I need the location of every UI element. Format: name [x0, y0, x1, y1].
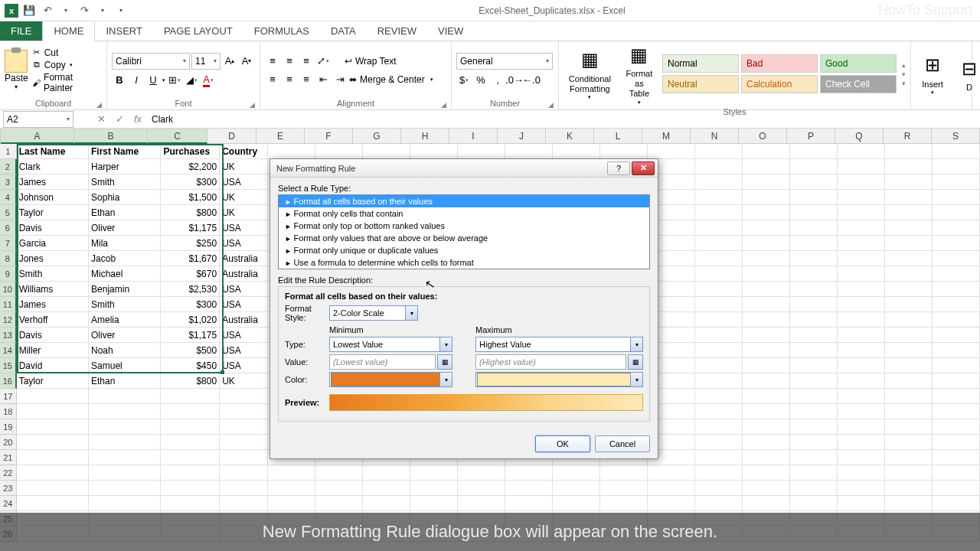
- cell[interactable]: [695, 297, 743, 312]
- rule-type-list[interactable]: Format all cells based on their valuesFo…: [278, 194, 650, 269]
- cell[interactable]: [933, 236, 980, 251]
- cell[interactable]: Sophia: [89, 190, 161, 205]
- cell[interactable]: [885, 236, 933, 251]
- cell[interactable]: Amelia: [89, 312, 161, 328]
- row-header[interactable]: 8: [0, 251, 17, 266]
- alignment-launcher-icon[interactable]: ◢: [441, 101, 446, 109]
- redo-dropdown-icon[interactable]: ▾: [95, 3, 110, 18]
- cell[interactable]: Mila: [89, 236, 161, 251]
- cell[interactable]: [743, 159, 790, 174]
- column-header[interactable]: M: [642, 129, 691, 144]
- copy-button[interactable]: ⧉Copy▾: [31, 60, 102, 70]
- cell[interactable]: [743, 373, 790, 389]
- cell[interactable]: [838, 435, 885, 450]
- cell[interactable]: [648, 496, 695, 511]
- align-middle-icon[interactable]: ≡: [282, 54, 297, 69]
- format-style-select[interactable]: 2-Color Scale▾: [329, 305, 418, 321]
- cell[interactable]: Jones: [17, 251, 89, 266]
- cell[interactable]: Jacob: [89, 251, 161, 266]
- cell[interactable]: [933, 496, 980, 511]
- bold-button[interactable]: B: [112, 73, 127, 88]
- cell[interactable]: [743, 481, 790, 496]
- cell[interactable]: [838, 373, 885, 389]
- cell[interactable]: [17, 389, 89, 404]
- ok-button[interactable]: OK: [535, 435, 590, 452]
- cell[interactable]: $450: [161, 358, 220, 373]
- row-header[interactable]: 10: [0, 282, 17, 297]
- cell[interactable]: [553, 465, 600, 481]
- cell[interactable]: [89, 496, 161, 511]
- orientation-icon[interactable]: ⤢: [315, 54, 331, 69]
- cell[interactable]: [790, 251, 838, 266]
- cell[interactable]: Last Name: [17, 144, 89, 159]
- cell[interactable]: [743, 435, 790, 450]
- styles-scroll-down-icon[interactable]: ▾: [902, 70, 906, 78]
- cell[interactable]: [790, 297, 838, 312]
- cell[interactable]: [790, 205, 838, 220]
- cell[interactable]: [743, 404, 790, 419]
- cell[interactable]: USA: [220, 358, 268, 373]
- cell[interactable]: [933, 450, 980, 465]
- cell[interactable]: [838, 159, 885, 174]
- cell[interactable]: [743, 343, 790, 358]
- cell[interactable]: [553, 481, 600, 496]
- name-box[interactable]: A2▾: [3, 111, 74, 128]
- cell[interactable]: Noah: [89, 343, 161, 358]
- dialog-titlebar[interactable]: New Formatting Rule ? ✕: [270, 159, 658, 178]
- cell[interactable]: [89, 389, 161, 404]
- align-top-icon[interactable]: ≡: [265, 54, 280, 69]
- cell[interactable]: UK: [220, 159, 268, 174]
- cell[interactable]: [838, 190, 885, 205]
- cell[interactable]: [17, 435, 89, 450]
- column-header[interactable]: J: [498, 129, 546, 144]
- shrink-font-icon[interactable]: A▾: [239, 54, 254, 69]
- column-header[interactable]: K: [546, 129, 594, 144]
- cell[interactable]: UK: [220, 205, 268, 220]
- row-header[interactable]: 24: [0, 496, 17, 511]
- cell[interactable]: [933, 465, 980, 481]
- decrease-decimal-icon[interactable]: ←.0: [524, 73, 539, 88]
- cell[interactable]: [838, 404, 885, 419]
- cell[interactable]: [933, 297, 980, 312]
- cell[interactable]: [553, 144, 600, 159]
- cancel-button[interactable]: Cancel: [595, 435, 650, 452]
- cell[interactable]: [695, 419, 743, 435]
- cell[interactable]: $1,020: [161, 312, 220, 328]
- cell[interactable]: [695, 435, 743, 450]
- cell[interactable]: $2,530: [161, 282, 220, 297]
- cell[interactable]: Miller: [17, 343, 89, 358]
- cell[interactable]: [363, 144, 410, 159]
- cell[interactable]: $500: [161, 343, 220, 358]
- cell[interactable]: $1,175: [161, 220, 220, 236]
- underline-button[interactable]: U: [145, 73, 161, 88]
- cell[interactable]: [648, 481, 695, 496]
- rule-type-item[interactable]: Format only values that are above or bel…: [279, 232, 649, 244]
- cell[interactable]: [790, 389, 838, 404]
- cell[interactable]: David: [17, 358, 89, 373]
- cell[interactable]: $250: [161, 236, 220, 251]
- cell[interactable]: First Name: [89, 144, 161, 159]
- cell[interactable]: [220, 450, 268, 465]
- cell[interactable]: Smith: [17, 266, 89, 282]
- cancel-formula-icon[interactable]: ✕: [92, 113, 110, 125]
- cell[interactable]: [743, 174, 790, 190]
- percent-format-button[interactable]: %: [473, 73, 488, 88]
- cell[interactable]: USA: [220, 282, 268, 297]
- select-all-corner[interactable]: [0, 129, 1, 144]
- cell[interactable]: USA: [220, 236, 268, 251]
- cell[interactable]: [743, 220, 790, 236]
- cell[interactable]: [743, 358, 790, 373]
- cell[interactable]: [458, 465, 505, 481]
- cell[interactable]: [790, 159, 838, 174]
- delete-cells-button[interactable]: ⊟ D: [952, 57, 980, 93]
- cell[interactable]: [743, 389, 790, 404]
- cell[interactable]: Oliver: [89, 220, 161, 236]
- cell[interactable]: Australia: [220, 312, 268, 328]
- cell[interactable]: $800: [161, 373, 220, 389]
- increase-indent-icon[interactable]: ⇥: [332, 72, 348, 87]
- max-value-ref-button[interactable]: ▦: [628, 354, 643, 370]
- cell[interactable]: [695, 282, 743, 297]
- cell[interactable]: Country: [220, 144, 268, 159]
- cell[interactable]: [885, 297, 933, 312]
- cell[interactable]: [600, 481, 648, 496]
